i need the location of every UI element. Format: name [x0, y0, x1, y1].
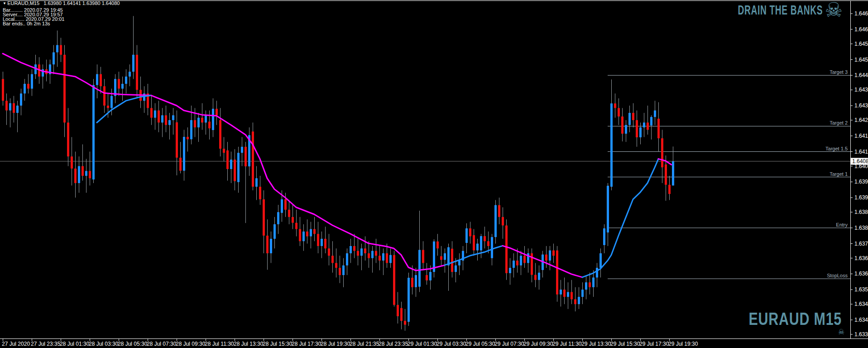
current-price-label: 1.64080: [852, 158, 868, 164]
price-axis-label: 1.63550: [854, 286, 868, 293]
moving-average-layer: [3, 53, 671, 277]
price-axis-label: 1.63995: [854, 179, 868, 185]
time-axis-label: 27 Jul 23:35: [31, 341, 61, 347]
time-axis-label: 29 Jul 01:30: [408, 341, 437, 347]
price-axis-label: 1.63425: [854, 317, 868, 323]
time-axis-label: 28 Jul 17:30: [292, 341, 321, 347]
time-axis-label: 27 Jul 2020: [2, 341, 30, 347]
price-axis-label: 1.64435: [854, 72, 868, 78]
level-label: Target 1.5: [825, 146, 848, 151]
price-axis-label: 1.63680: [854, 255, 868, 261]
price-axis-label: 1.64375: [854, 87, 868, 93]
time-axis-label: 29 Jul 19:30: [668, 341, 698, 347]
candle-bodies-layer: [2, 45, 674, 324]
time-axis-label: 28 Jul 09:30: [176, 341, 206, 347]
price-axis-label: 1.63870: [854, 209, 868, 215]
price-axis-label: 1.64625: [854, 26, 868, 33]
price-axis-label: 1.64120: [854, 149, 868, 155]
price-axis-label: 1.64565: [854, 41, 868, 47]
time-axis-label: 28 Jul 07:30: [147, 341, 177, 347]
level-label: Entry: [836, 222, 848, 227]
price-axis[interactable]: 1.646901.646251.645651.645001.644351.643…: [850, 10, 868, 338]
symbol-ohlc-line: ▼ EURAUD,M15 1.63980 1.64141 1.63980 1.6…: [3, 1, 120, 6]
price-axis-label: 1.63615: [854, 271, 868, 277]
price-axis-label: 1.64185: [854, 133, 868, 139]
info-row: Bar ends.. 0h 2m 13s: [3, 21, 120, 26]
candle-wicks-layer: [3, 16, 673, 331]
time-axis-label: 29 Jul 11:30: [552, 341, 582, 347]
price-axis-label: 1.63365: [854, 331, 868, 338]
time-axis-label: 28 Jul 11:30: [205, 341, 234, 347]
time-axis-label: 28 Jul 21:35: [350, 341, 379, 347]
time-axis-label: 29 Jul 09:30: [523, 341, 553, 347]
time-axis-label: 29 Jul 17:30: [639, 341, 669, 347]
price-chart-canvas[interactable]: Target 3Target 2Target 1.5Target 1EntryS…: [0, 0, 868, 348]
time-axis-label: 29 Jul 03:30: [436, 341, 466, 347]
price-axis-label: 1.63490: [854, 301, 868, 307]
time-axis-label: 28 Jul 01:30: [60, 341, 90, 347]
price-axis-label: 1.64690: [854, 10, 868, 17]
mt4-chart-window: DRAIN THE BANKS ☠ EURAUD M15 ☠ Target 3T…: [0, 0, 868, 348]
ohlc-info-panel: ▼ EURAUD,M15 1.63980 1.64141 1.63980 1.6…: [3, 1, 120, 26]
time-axis-label: 29 Jul 15:30: [610, 341, 640, 347]
level-label: Target 1: [830, 171, 848, 177]
time-axis-label: 29 Jul 05:30: [465, 341, 495, 347]
time-axis-label: 28 Jul 19:30: [321, 341, 350, 347]
price-axis-label: 1.63805: [854, 225, 868, 231]
price-axis-label: 1.63740: [854, 241, 868, 247]
dropdown-arrow-icon[interactable]: ▼: [3, 1, 7, 5]
time-axis-label: 28 Jul 05:30: [118, 341, 148, 347]
trade-level-lines: Target 3Target 2Target 1.5Target 1EntryS…: [608, 69, 850, 279]
price-axis-label: 1.64310: [854, 102, 868, 109]
price-axis-label: 1.64500: [854, 57, 868, 63]
time-axis-label: 28 Jul 23:35: [379, 341, 408, 347]
time-axis-label: 28 Jul 15:30: [263, 341, 293, 347]
time-axis-label: 29 Jul 13:30: [581, 341, 611, 347]
level-label: Target 3: [830, 69, 848, 75]
price-axis-label: 1.63930: [854, 194, 868, 201]
level-label: Target 2: [830, 120, 848, 126]
chart-frame: [0, 1, 868, 339]
time-axis[interactable]: 27 Jul 202027 Jul 23:3528 Jul 01:3028 Ju…: [2, 338, 698, 347]
bar-timer-rows: Bar......... 2020.07.29 19:45Server.... …: [3, 8, 120, 26]
time-axis-label: 28 Jul 03:30: [89, 341, 119, 347]
time-axis-label: 29 Jul 07:30: [494, 341, 524, 347]
level-label: StopLoss: [827, 273, 848, 278]
price-axis-label: 1.64250: [854, 117, 868, 123]
time-axis-label: 28 Jul 13:30: [234, 341, 264, 347]
